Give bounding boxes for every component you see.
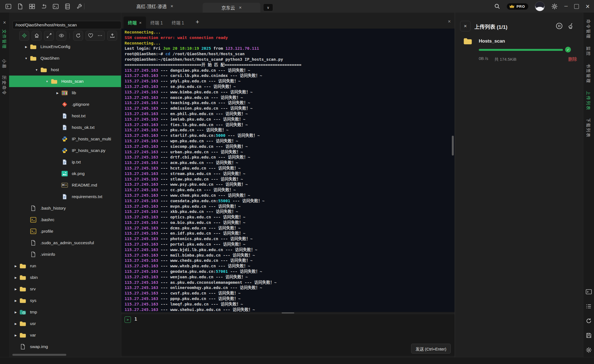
tree-row[interactable]: swap.img bbox=[9, 341, 121, 352]
tree-row[interactable]: ▶tmp bbox=[9, 306, 121, 318]
right-sidebar-item-5[interactable]: 下载列表 bbox=[586, 118, 592, 138]
gear-icon[interactable] bbox=[551, 3, 558, 10]
folder-icon bbox=[51, 78, 58, 84]
tree-row[interactable]: ▼host bbox=[9, 64, 121, 76]
new-file-icon[interactable] bbox=[17, 4, 23, 9]
tree-row[interactable]: ▶lib bbox=[9, 87, 121, 99]
maximize-button[interactable] bbox=[574, 4, 579, 9]
tree-row[interactable]: .sudo_as_admin_successful bbox=[9, 237, 121, 249]
upload-button[interactable] bbox=[107, 31, 117, 41]
tree-row[interactable]: ▶var bbox=[9, 329, 121, 341]
horizontal-scrollbar[interactable] bbox=[12, 354, 66, 356]
tree-row[interactable]: ▶srv bbox=[9, 283, 121, 295]
right-sidebar-item-1[interactable]: 命令管理 bbox=[586, 19, 592, 39]
chevron-collapsed-icon[interactable]: ▶ bbox=[13, 334, 18, 337]
terminal-tab-3[interactable]: 终端 1 bbox=[167, 16, 188, 29]
path-input[interactable]: /root/QiaoShen/host/Hosts_scan bbox=[12, 21, 121, 29]
server-icon[interactable] bbox=[65, 4, 70, 9]
tree-row[interactable]: ▼Hosts_scan bbox=[9, 76, 121, 87]
right-sidebar-item-2[interactable]: 监控 bbox=[586, 46, 592, 56]
tree-row[interactable]: hosts_ok.txt bbox=[9, 122, 121, 133]
terminal-output[interactable]: Reconnecting...SSH connection error: wai… bbox=[121, 29, 455, 312]
tree-row[interactable]: requirements.txt bbox=[9, 191, 121, 202]
minimize-button[interactable]: ─ bbox=[564, 4, 568, 9]
close-icon[interactable]: × bbox=[3, 20, 6, 26]
delete-button[interactable]: 删除 bbox=[568, 55, 577, 62]
more-button[interactable] bbox=[95, 31, 105, 40]
tree-row[interactable]: .bashrc bbox=[9, 214, 121, 226]
chevron-collapsed-icon[interactable]: ▶ bbox=[13, 322, 18, 325]
pro-badge[interactable]: PRO bbox=[507, 3, 528, 10]
locate-button[interactable] bbox=[19, 31, 29, 41]
tree-row[interactable]: ▶sbin bbox=[9, 272, 121, 283]
eye-button[interactable] bbox=[56, 31, 66, 41]
list-icon[interactable] bbox=[586, 303, 592, 309]
tree-row[interactable]: README.md bbox=[9, 179, 121, 191]
clear-list-icon[interactable] bbox=[567, 23, 574, 29]
chevron-expanded-icon[interactable]: ▼ bbox=[34, 68, 39, 71]
sidebar-item-1[interactable]: 文件管理 bbox=[2, 29, 7, 49]
upload-item-name[interactable]: Hosts_scan bbox=[479, 38, 505, 44]
pause-all-icon[interactable] bbox=[556, 23, 563, 29]
refresh-button[interactable] bbox=[73, 31, 83, 41]
session-tab-1[interactable]: 高红-顶红-渗透 × bbox=[109, 0, 200, 13]
expand-button[interactable] bbox=[44, 31, 54, 41]
tree-row[interactable]: IP_hosts_scan.py bbox=[9, 145, 121, 156]
tab-list-dropdown[interactable]: ∨ bbox=[263, 4, 273, 11]
chevron-collapsed-icon[interactable]: ▶ bbox=[23, 45, 29, 48]
wrench-icon[interactable] bbox=[76, 4, 82, 9]
home-button[interactable] bbox=[32, 31, 42, 41]
console-icon[interactable] bbox=[53, 4, 59, 9]
tree-item-label: run bbox=[30, 263, 36, 268]
tree-row[interactable]: ▶sys bbox=[9, 295, 121, 306]
close-icon[interactable]: × bbox=[139, 20, 142, 25]
session-tab-2[interactable]: 京东云 × bbox=[203, 3, 260, 13]
tree-row[interactable]: ▼QiaoShen bbox=[9, 52, 121, 64]
tree-row[interactable]: ▶run bbox=[9, 260, 121, 272]
tree-row[interactable]: .gitignore bbox=[9, 99, 121, 110]
tree-row[interactable]: ▶LinuxEnvConfig bbox=[9, 41, 121, 52]
tree-row[interactable]: IP_hosts_scan_multi bbox=[9, 133, 121, 145]
flow-arrow-icon[interactable] bbox=[41, 4, 47, 9]
floppy-icon[interactable] bbox=[586, 332, 592, 338]
right-sidebar-item-4[interactable]: 上传列表 bbox=[586, 91, 592, 111]
terminal-icon[interactable] bbox=[586, 289, 592, 295]
tree-row[interactable]: ip.txt bbox=[9, 156, 121, 168]
terminal-tab-2[interactable]: 终端 1 bbox=[146, 16, 167, 29]
tree-row[interactable]: .profile bbox=[9, 226, 121, 237]
chevron-collapsed-icon[interactable]: ▶ bbox=[13, 288, 18, 291]
command-input[interactable]: 1 bbox=[134, 317, 137, 322]
close-icon[interactable]: × bbox=[239, 5, 242, 10]
close-window-button[interactable]: × bbox=[585, 4, 590, 9]
chevron-collapsed-icon[interactable]: ▶ bbox=[13, 276, 18, 279]
tree-row[interactable]: .viminfo bbox=[9, 249, 121, 260]
terminal-scrollbar[interactable] bbox=[452, 136, 454, 155]
sidebar-item-2[interactable]: 小易 bbox=[2, 59, 7, 69]
avatar[interactable] bbox=[535, 1, 545, 11]
tree-row[interactable]: .bash_history bbox=[9, 202, 121, 214]
terminal-tab-1[interactable]: 终端× bbox=[123, 16, 146, 29]
send-button[interactable]: 发送 (Ctrl+Enter) bbox=[411, 344, 451, 354]
chevron-expanded-icon[interactable]: ▼ bbox=[23, 57, 29, 60]
tree-row[interactable]: ok.png bbox=[9, 168, 121, 179]
chevron-collapsed-icon[interactable]: ▶ bbox=[55, 91, 60, 95]
close-icon[interactable]: × bbox=[170, 4, 173, 9]
sidebar-item-3[interactable]: 历史命令 bbox=[2, 76, 7, 95]
tree-row[interactable]: ▶usr bbox=[9, 318, 121, 329]
chevron-expanded-icon[interactable]: ▼ bbox=[44, 80, 50, 83]
app-window-icon[interactable] bbox=[6, 4, 11, 9]
close-terminal-panel-button[interactable]: × bbox=[448, 19, 451, 24]
right-sidebar-item-3[interactable]: 书签管理 bbox=[586, 64, 592, 84]
command-input-area[interactable]: > 1 发送 (Ctrl+Enter) bbox=[121, 314, 455, 356]
heart-button[interactable] bbox=[86, 31, 95, 40]
tree-row[interactable]: host.txt bbox=[9, 110, 121, 122]
chevron-collapsed-icon[interactable]: ▶ bbox=[13, 299, 18, 302]
layout-grid-icon[interactable] bbox=[29, 4, 35, 9]
search-icon[interactable] bbox=[494, 3, 500, 9]
new-terminal-button[interactable]: + bbox=[196, 18, 199, 26]
chevron-collapsed-icon[interactable]: ▶ bbox=[13, 265, 18, 268]
gear-icon[interactable] bbox=[586, 347, 592, 353]
close-panel-button[interactable]: × bbox=[460, 21, 471, 31]
refresh-icon[interactable] bbox=[586, 318, 592, 324]
chevron-collapsed-icon[interactable]: ▶ bbox=[13, 311, 18, 314]
